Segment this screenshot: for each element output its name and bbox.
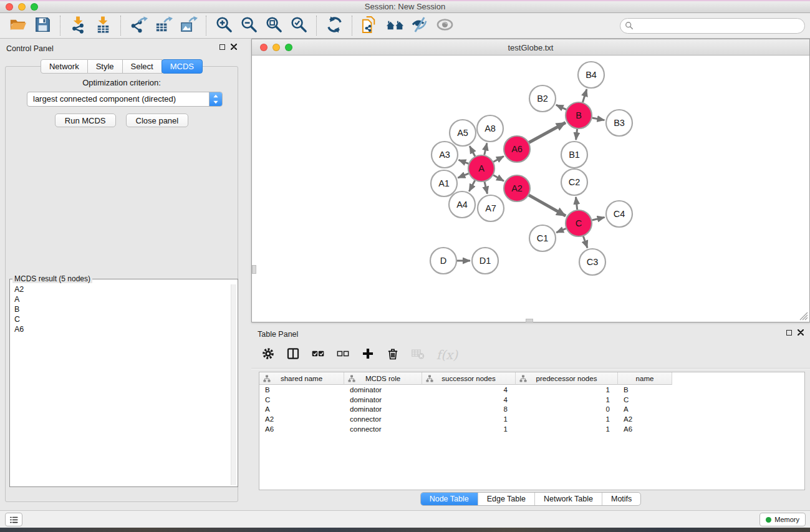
show-hide-eye-button[interactable]: [433, 15, 456, 36]
import-table-button[interactable]: [92, 15, 114, 36]
memory-button[interactable]: Memory: [759, 513, 806, 526]
column-header-MCDS-role[interactable]: MCDS role: [344, 372, 422, 385]
split-columns-button[interactable]: [285, 347, 301, 363]
graph-node-A7[interactable]: A7: [478, 195, 504, 221]
zoom-fit-button[interactable]: [263, 15, 285, 36]
graph-node-A2[interactable]: A2: [504, 175, 530, 201]
select-all-button[interactable]: [310, 347, 326, 363]
graph-node-C4[interactable]: C4: [606, 201, 632, 227]
result-scrollbar[interactable]: [231, 284, 236, 485]
run-mcds-button[interactable]: Run MCDS: [55, 114, 116, 127]
graph-edge-A-A6[interactable]: [493, 156, 504, 162]
mcds-result-item[interactable]: C: [12, 314, 230, 324]
graph-edge-A-A2[interactable]: [493, 175, 504, 181]
graph-node-D1[interactable]: D1: [472, 248, 498, 274]
graph-edge-A2-C[interactable]: [529, 195, 566, 216]
graph-node-B2[interactable]: B2: [529, 85, 556, 112]
graph-node-C1[interactable]: C1: [529, 225, 556, 251]
save-session-button[interactable]: [31, 15, 54, 36]
graph-edge-C-C2[interactable]: [576, 197, 577, 210]
graph-node-D[interactable]: D: [430, 248, 456, 274]
graph-edge-A-A7[interactable]: [485, 181, 488, 193]
resize-grip-icon[interactable]: [799, 312, 808, 321]
criterion-select[interactable]: largest connected component (directed): [27, 92, 223, 107]
tab-motifs[interactable]: Motifs: [602, 493, 640, 505]
tab-style[interactable]: Style: [88, 59, 123, 74]
table-row[interactable]: Cdominator41C: [259, 395, 804, 405]
network-vertical-scrollbar[interactable]: [252, 265, 256, 274]
graph-edge-B-B4[interactable]: [582, 89, 586, 102]
zoom-in-button[interactable]: [213, 15, 235, 36]
graph-edge-B-B2[interactable]: [556, 105, 566, 110]
task-history-button[interactable]: [5, 513, 22, 526]
graph-node-A1[interactable]: A1: [431, 170, 457, 196]
graph-node-A5[interactable]: A5: [450, 120, 476, 146]
graph-edge-B-B3[interactable]: [592, 118, 605, 120]
hide-graphics-details-button[interactable]: [408, 15, 431, 36]
graph-node-A[interactable]: A: [468, 155, 494, 181]
graph-node-C[interactable]: C: [566, 210, 592, 236]
mcds-result-item[interactable]: B: [12, 304, 230, 314]
import-network-button[interactable]: [67, 15, 89, 36]
tab-node-table[interactable]: Node Table: [421, 493, 478, 505]
mcds-result-item[interactable]: A: [12, 294, 230, 304]
column-header-name[interactable]: name: [618, 372, 672, 385]
tab-mcds[interactable]: MCDS: [162, 59, 203, 74]
graph-node-A6[interactable]: A6: [504, 136, 530, 162]
tab-select[interactable]: Select: [123, 59, 162, 74]
graph-node-B4[interactable]: B4: [578, 62, 604, 88]
table-settings-gear-button[interactable]: [260, 347, 276, 363]
graph-node-B1[interactable]: B1: [561, 142, 587, 168]
mcds-result-item[interactable]: A2: [12, 284, 230, 294]
graph-node-A4[interactable]: A4: [449, 191, 475, 218]
table-row[interactable]: A2connector11A2: [259, 414, 804, 424]
add-row-button[interactable]: [360, 347, 376, 363]
graph-node-C3[interactable]: C3: [579, 249, 605, 275]
export-image-button[interactable]: [177, 15, 200, 36]
column-header-predecessor-nodes[interactable]: predecessor nodes: [516, 372, 618, 385]
table-float-panel-icon[interactable]: [786, 330, 792, 336]
open-file-button[interactable]: [6, 15, 29, 36]
search-input[interactable]: [620, 18, 805, 34]
deselect-all-button[interactable]: [335, 347, 351, 363]
network-window-titlebar[interactable]: testGlobe.txt: [252, 39, 809, 56]
delete-selected-trash-button[interactable]: [385, 347, 401, 363]
tab-network[interactable]: Network: [41, 59, 88, 74]
graph-node-C2[interactable]: C2: [561, 169, 587, 195]
mcds-result-item[interactable]: A6: [12, 324, 230, 334]
table-close-panel-icon[interactable]: [798, 329, 804, 336]
refresh-view-button[interactable]: [323, 15, 345, 36]
network-horizontal-scrollbar[interactable]: [526, 319, 533, 322]
graph-edge-C-C4[interactable]: [592, 217, 604, 220]
graph-node-A8[interactable]: A8: [477, 115, 503, 142]
graph-edge-B-B1[interactable]: [576, 129, 577, 140]
column-header-successor-nodes[interactable]: successor nodes: [422, 372, 516, 385]
table-row[interactable]: Bdominator41B: [259, 385, 804, 395]
graph-edge-C-C1[interactable]: [556, 228, 566, 232]
network-canvas[interactable]: AA1A2A3A4A5A6A7A8BB1B2B3B4CC1C2C3C4DD1: [252, 56, 809, 322]
column-header-shared-name[interactable]: shared name: [259, 372, 344, 385]
graph-edge-A6-B[interactable]: [529, 122, 566, 142]
tab-network-table[interactable]: Network Table: [534, 493, 602, 505]
cybrowser-home-button[interactable]: [383, 15, 406, 36]
graph-node-B3[interactable]: B3: [606, 110, 632, 136]
tab-edge-table[interactable]: Edge Table: [478, 493, 534, 505]
zoom-out-button[interactable]: [238, 15, 260, 36]
graph-edge-C-C3[interactable]: [583, 236, 587, 248]
export-table-button[interactable]: [152, 15, 175, 36]
graph-node-B[interactable]: B: [566, 102, 592, 128]
close-panel-icon[interactable]: [231, 44, 237, 50]
float-panel-icon[interactable]: [219, 44, 225, 50]
graph-edge-A-A1[interactable]: [458, 173, 468, 178]
table-row[interactable]: Adominator80A: [259, 405, 804, 415]
graph-node-A3[interactable]: A3: [432, 142, 458, 168]
zoom-selected-button[interactable]: [287, 15, 310, 36]
graph-edge-A-A5[interactable]: [470, 146, 475, 156]
graph-edge-A-A4[interactable]: [469, 180, 475, 191]
new-network-from-selection-button[interactable]: [359, 15, 381, 36]
graph-edge-A-A8[interactable]: [485, 143, 487, 155]
close-panel-button[interactable]: Close panel: [126, 114, 189, 127]
export-network-button[interactable]: [127, 15, 150, 36]
table-row[interactable]: A6connector11A6: [259, 424, 804, 434]
graph-edge-A-A3[interactable]: [458, 160, 468, 163]
